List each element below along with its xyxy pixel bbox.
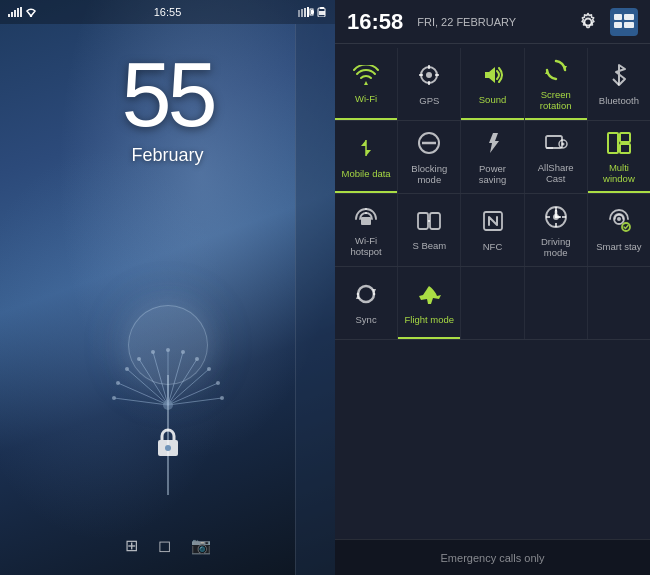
svg-rect-45 [624, 22, 634, 28]
svg-rect-11 [313, 11, 314, 14]
lock-status-bar: 16:55 [0, 0, 335, 24]
emergency-bar: Emergency calls only [335, 539, 650, 575]
qs-mobile-data-label: Mobile data [342, 168, 391, 179]
lock-hour: 55 [0, 50, 335, 140]
svg-point-32 [220, 396, 224, 400]
svg-rect-43 [624, 14, 634, 20]
gps-icon [417, 63, 441, 91]
flight-mode-icon [415, 282, 443, 310]
qs-row-4: Sync Flight mode [335, 267, 650, 340]
qs-bluetooth[interactable]: Bluetooth [588, 48, 650, 120]
sound-icon [480, 64, 506, 90]
svg-rect-14 [320, 7, 324, 9]
qs-sync[interactable]: Sync [335, 267, 398, 339]
svg-rect-12 [311, 10, 313, 14]
driving-mode-icon [543, 204, 569, 232]
qs-power-saving-label: Power saving [465, 163, 519, 186]
svg-point-35 [125, 367, 129, 371]
qs-smart-stay[interactable]: Smart stay [588, 194, 650, 266]
svg-rect-44 [614, 22, 622, 28]
qs-s-beam-label: S Beam [412, 240, 446, 251]
svg-line-24 [127, 369, 168, 405]
qs-allshare-cast[interactable]: AllShare Cast [525, 121, 588, 193]
qs-multi-window[interactable]: Multi window [588, 121, 650, 193]
mobile-data-icon [354, 136, 378, 164]
svg-point-36 [116, 381, 120, 385]
qs-empty-2 [525, 267, 588, 339]
qs-sound[interactable]: Sound [461, 48, 524, 120]
qs-s-beam[interactable]: S Beam [398, 194, 461, 266]
qs-mobile-data[interactable]: Mobile data [335, 121, 398, 193]
settings-button[interactable] [574, 8, 602, 36]
allshare-cast-icon [543, 132, 569, 158]
svg-rect-59 [608, 133, 618, 153]
lock-unlock-icon[interactable]: ◻ [158, 536, 171, 555]
qs-nfc[interactable]: NFC [461, 194, 524, 266]
qs-gps-label: GPS [419, 95, 439, 106]
svg-rect-15 [319, 11, 325, 15]
svg-point-28 [181, 350, 185, 354]
qs-allshare-cast-label: AllShare Cast [529, 162, 583, 185]
s-beam-icon [416, 210, 442, 236]
qs-wifi-hotspot[interactable]: Wi-Fi hotspot [335, 194, 398, 266]
lock-bottom-icons: ⊞ ◻ 📷 [0, 536, 335, 555]
notif-time: 16:58 [347, 9, 403, 35]
qs-gps[interactable]: GPS [398, 48, 461, 120]
bluetooth-icon [610, 63, 628, 91]
qs-wifi-hotspot-label: Wi-Fi hotspot [339, 235, 393, 258]
svg-point-40 [165, 445, 171, 451]
qs-bluetooth-label: Bluetooth [599, 95, 639, 106]
smart-stay-icon [606, 209, 632, 237]
panel-edge [295, 24, 335, 575]
svg-rect-0 [8, 14, 10, 17]
svg-point-73 [617, 217, 621, 221]
qs-driving-mode[interactable]: Driving mode [525, 194, 588, 266]
lock-time-display: 16:55 [154, 6, 182, 18]
qs-empty-3 [588, 267, 650, 339]
svg-point-34 [137, 357, 141, 361]
svg-point-47 [426, 72, 432, 78]
qs-screen-rotation[interactable]: Screen rotation [525, 48, 588, 120]
lock-add-icon[interactable]: ⊞ [125, 536, 138, 555]
svg-rect-1 [11, 12, 13, 17]
qs-nfc-label: NFC [483, 241, 503, 252]
qs-sync-label: Sync [356, 314, 377, 325]
svg-point-37 [112, 396, 116, 400]
quick-settings: Wi-Fi GPS [335, 44, 650, 344]
qs-wifi[interactable]: Wi-Fi [335, 48, 398, 120]
svg-rect-63 [418, 213, 428, 229]
svg-rect-4 [20, 7, 22, 17]
qs-screen-rotation-label: Screen rotation [529, 89, 583, 112]
emergency-text: Emergency calls only [441, 552, 545, 564]
qs-power-saving[interactable]: Power saving [461, 121, 524, 193]
qs-empty-1 [461, 267, 524, 339]
qs-sound-label: Sound [479, 94, 506, 105]
qs-row-1: Wi-Fi GPS [335, 48, 650, 121]
lock-status-right [298, 7, 327, 17]
qs-flight-mode-label: Flight mode [404, 314, 454, 325]
svg-rect-60 [620, 133, 630, 142]
lock-icon [154, 426, 182, 465]
qs-blocking-mode[interactable]: Blocking mode [398, 121, 461, 193]
svg-rect-61 [620, 144, 630, 153]
svg-rect-8 [304, 8, 306, 17]
lock-screen: 16:55 55 February [0, 0, 335, 575]
notification-panel: 16:58 FRI, 22 FEBRUARY [335, 0, 650, 575]
multi-window-icon [607, 132, 631, 158]
svg-line-17 [168, 352, 183, 405]
qs-flight-mode[interactable]: Flight mode [398, 267, 461, 339]
lock-camera-icon[interactable]: 📷 [191, 536, 211, 555]
svg-rect-64 [430, 213, 440, 229]
notif-header: 16:58 FRI, 22 FEBRUARY [335, 0, 650, 44]
svg-point-57 [561, 142, 564, 145]
svg-point-33 [151, 350, 155, 354]
svg-point-30 [207, 367, 211, 371]
svg-rect-2 [14, 10, 16, 17]
svg-point-38 [163, 400, 173, 410]
blocking-mode-icon [417, 131, 441, 159]
quick-settings-toggle[interactable] [610, 8, 638, 36]
wifi-icon [353, 65, 379, 89]
svg-point-31 [216, 381, 220, 385]
svg-rect-3 [17, 8, 19, 17]
nfc-icon [481, 209, 505, 237]
